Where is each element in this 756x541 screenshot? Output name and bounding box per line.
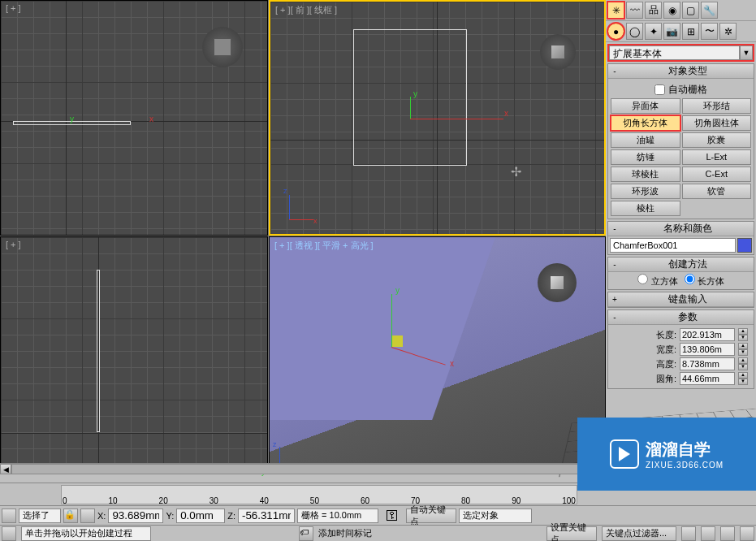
helpers-category[interactable]: ⊞: [682, 23, 699, 40]
watermark-logo: 溜溜自学 ZIXUE.3D66.COM: [577, 418, 756, 491]
fillet-input[interactable]: [680, 372, 735, 385]
spindle-button[interactable]: 纺锤: [611, 149, 680, 165]
key-target-dropdown[interactable]: 选定对象: [459, 509, 532, 523]
hierarchy-tab[interactable]: 品: [645, 2, 662, 19]
box-radio[interactable]: [685, 274, 695, 284]
nav4-icon[interactable]: [740, 526, 754, 541]
chamfercyl-button[interactable]: 切角圆柱体: [682, 115, 752, 131]
object-outline: [97, 270, 100, 432]
grid-display: 栅格 = 10.0mm: [297, 509, 378, 523]
viewport-label[interactable]: [ + ][ 透视 ][ 平滑 + 高光 ]: [274, 240, 374, 252]
cursor-crosshair: ✢: [511, 164, 521, 180]
coord-display-icon[interactable]: [80, 509, 95, 523]
keyfilter-button[interactable]: 关键点过滤器...: [602, 526, 676, 541]
display-tab[interactable]: ▢: [682, 2, 699, 19]
lext-button[interactable]: L-Ext: [682, 149, 752, 165]
object-type-rollup: - 对象类型 自动栅格 异面体 环形结 切角长方体 切角圆柱体 油罐 胶囊 纺锤…: [607, 63, 754, 219]
viewport-top[interactable]: [ + ] y x: [0, 0, 268, 236]
scroll-left-icon[interactable]: ◀: [0, 464, 11, 474]
viewport-label[interactable]: [ + ]: [6, 240, 21, 249]
oiltank-button[interactable]: 油罐: [611, 132, 680, 148]
length-spinner[interactable]: ▲▼: [738, 328, 748, 341]
nav3-icon[interactable]: [720, 526, 735, 541]
selection-lock-icon[interactable]: 🔒: [63, 509, 78, 523]
z-coord-input[interactable]: [238, 509, 295, 523]
x-coord-input[interactable]: [108, 509, 163, 523]
play-icon: [610, 439, 639, 469]
fillet-spinner[interactable]: ▲▼: [738, 372, 748, 385]
systems-category[interactable]: ✲: [719, 23, 737, 40]
viewcube[interactable]: [202, 27, 243, 67]
width-spinner[interactable]: ▲▼: [738, 343, 748, 356]
cube-radio[interactable]: [637, 274, 648, 284]
command-panel: ✳ 〰 品 ◉ ▢ 🔧 ● ◯ ✦ 📷 ⊞ 〜 ✲ 扩展基本体 ▼ - 对象类型: [605, 0, 756, 474]
spacewarps-category[interactable]: 〜: [701, 23, 718, 40]
viewport-label[interactable]: [ + ]: [6, 3, 21, 13]
capsule-button[interactable]: 胶囊: [682, 132, 752, 148]
autogrid-checkbox[interactable]: [654, 84, 665, 95]
time-tag-icon[interactable]: 🏷: [299, 526, 313, 541]
length-input[interactable]: [680, 328, 735, 341]
ringwave-button[interactable]: 环形波: [611, 184, 680, 199]
hose-button[interactable]: 软管: [682, 184, 752, 199]
name-color-rollup: -名称和颜色: [607, 221, 754, 255]
viewport-left[interactable]: [ + ]: [0, 236, 268, 474]
motion-tab[interactable]: ◉: [663, 2, 680, 19]
axis-y-label: y: [70, 115, 74, 123]
nav2-icon[interactable]: [701, 526, 715, 541]
viewport-perspective[interactable]: [ + ][ 透视 ][ 平滑 + 高光 ] y x z x y: [269, 236, 606, 474]
main-tabs: ✳ 〰 品 ◉ ▢ 🔧: [606, 0, 756, 21]
y-coord-input[interactable]: [176, 509, 225, 523]
script-icon[interactable]: [2, 526, 16, 541]
create-tab[interactable]: ✳: [607, 2, 624, 19]
chamferbox-button[interactable]: 切角长方体: [611, 115, 680, 131]
category-row: ● ◯ ✦ 📷 ⊞ 〜 ✲: [606, 21, 756, 42]
autokey-button[interactable]: 自动关键点: [406, 509, 456, 523]
object-name-input[interactable]: [610, 238, 736, 253]
modify-tab[interactable]: 〰: [626, 2, 643, 19]
selection-status: 选择了: [19, 509, 61, 523]
lock-icon[interactable]: [2, 509, 16, 523]
viewport-label[interactable]: [ + ][ 前 ][ 线框 ]: [275, 4, 337, 16]
status-bar: 选择了 🔒 X: Y: Z: 栅格 = 10.0mm ⚿ 自动关键点 选定对象: [0, 505, 756, 525]
prism-button[interactable]: 棱柱: [611, 201, 680, 216]
prompt-text: 单击并拖动以开始创建过程: [21, 526, 151, 541]
viewport-area: [ + ] y x [ + ][ 前 ][ 线框 ] y x ✢ z x: [0, 0, 605, 474]
width-input[interactable]: [680, 343, 735, 356]
gengon-button[interactable]: 球棱柱: [611, 167, 680, 182]
viewport-scrollbar[interactable]: ◀ ▶: [0, 463, 605, 474]
utilities-tab[interactable]: 🔧: [701, 2, 718, 19]
viewport-front[interactable]: [ + ][ 前 ][ 线框 ] y x ✢ z x: [269, 0, 606, 236]
nav1-icon[interactable]: [681, 526, 696, 541]
lights-category[interactable]: ✦: [645, 23, 662, 40]
setkey-button[interactable]: 设置关键点: [546, 526, 597, 541]
axis-x-label: x: [149, 115, 153, 123]
cext-button[interactable]: C-Ext: [682, 167, 752, 182]
shapes-category[interactable]: ◯: [626, 23, 643, 40]
height-input[interactable]: [680, 357, 735, 370]
cameras-category[interactable]: 📷: [663, 23, 680, 40]
viewcube[interactable]: [540, 34, 576, 70]
hedra-button[interactable]: 异面体: [611, 98, 680, 114]
dropdown-arrow-icon[interactable]: ▼: [740, 45, 753, 60]
geometry-category[interactable]: ●: [607, 23, 624, 40]
collapse-icon[interactable]: -: [608, 67, 621, 76]
keyboard-entry-rollup: +键盘输入: [607, 292, 754, 308]
viewcube[interactable]: [538, 263, 577, 302]
create-method-rollup: -创建方法 立方体 长方体: [607, 257, 754, 290]
subcategory-dropdown[interactable]: 扩展基本体 ▼: [607, 44, 754, 62]
color-swatch[interactable]: [737, 238, 752, 253]
key-icon[interactable]: ⚿: [381, 509, 404, 523]
height-spinner[interactable]: ▲▼: [738, 357, 748, 370]
parameters-rollup: -参数 长度:▲▼ 宽度:▲▼ 高度:▲▼ 圆角:▲▼: [607, 309, 754, 389]
torusknot-button[interactable]: 环形结: [682, 98, 752, 114]
prompt-bar: 单击并拖动以开始创建过程 🏷 添加时间标记 设置关键点 关键点过滤器...: [0, 525, 756, 541]
